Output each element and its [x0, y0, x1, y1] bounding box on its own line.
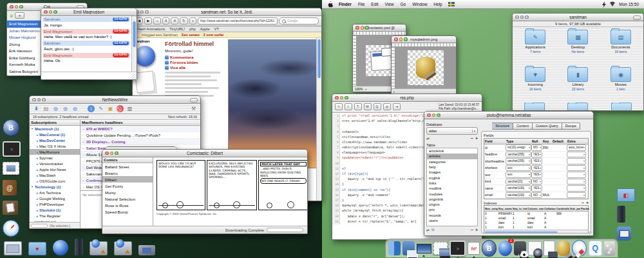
- apple-menu-icon[interactable]: [327, 1, 333, 8]
- folder-item[interactable]: ▦ Desktop No items: [556, 30, 599, 65]
- display-capture-icon[interactable]: [4, 241, 22, 255]
- table-row[interactable]: imglink: [427, 175, 477, 180]
- extra-popup[interactable]: [567, 179, 586, 185]
- target-button[interactable]: ◎: [383, 103, 391, 110]
- info-icon[interactable]: i: [88, 105, 95, 112]
- text-smaller-button[interactable]: A: [162, 17, 170, 25]
- refresh-icon[interactable]: ⇄: [426, 228, 430, 232]
- folder-item[interactable]: ▮ Library 23 items: [556, 67, 599, 103]
- column-header[interactable]: Column_name: [527, 207, 544, 210]
- folder-item[interactable]: ▼ Incoming 16 items: [514, 67, 556, 103]
- canvas[interactable]: [408, 50, 444, 85]
- last-seen-link[interactable]: Sen senast: [182, 33, 200, 37]
- menu-item[interactable]: Edit: [371, 2, 378, 6]
- nav-button[interactable]: ➔: [393, 103, 401, 110]
- add-index-button[interactable]: +: [586, 201, 589, 205]
- menu-item[interactable]: Help: [433, 2, 442, 6]
- table-row[interactable]: articlelink: [427, 148, 477, 154]
- chat-input[interactable]: [41, 72, 137, 79]
- mysql-titlebar[interactable]: pluto@hemma.net/atlas: [424, 112, 593, 119]
- add-button[interactable]: +: [475, 228, 478, 232]
- info-button[interactable]: i.: [345, 103, 352, 110]
- blue-window-app-icon[interactable]: [402, 241, 415, 255]
- finder-icon[interactable]: [388, 241, 401, 255]
- column-header[interactable]: Field: [484, 139, 506, 143]
- table-row[interactable]: modlink: [427, 186, 477, 191]
- psd2-titlebar[interactable]: mysqladmin.png: [392, 36, 456, 43]
- column-header[interactable]: Default: [552, 139, 567, 143]
- columns-icon[interactable]: ▥: [126, 105, 133, 112]
- chat-hi-app-icon[interactable]: hi!: [468, 242, 480, 255]
- subscription-row[interactable]: Apple Hot News: [30, 166, 80, 172]
- headline-row[interactable]: 970 at WWDC?: [80, 126, 200, 132]
- index-row[interactable]: 1kort1kort A: [484, 225, 588, 230]
- column-header[interactable]: Non_unique: [484, 207, 498, 210]
- home-button[interactable]: ⌂: [153, 17, 160, 25]
- bbedit-icon[interactable]: B: [482, 240, 497, 257]
- column-header[interactable]: Type: [506, 139, 531, 143]
- surfers-link[interactable]: 2 som surfar: [204, 33, 224, 37]
- cocoamysql-icon[interactable]: [557, 241, 570, 256]
- safari-icon[interactable]: [572, 240, 587, 257]
- refresh-tables-icon[interactable]: ⇄: [426, 136, 430, 141]
- blue-drive-icon[interactable]: [617, 226, 631, 241]
- table-row[interactable]: categories: [427, 159, 477, 164]
- bookmark-item[interactable]: VT: [214, 27, 219, 31]
- field-row[interactable]: headline varchar(255) YES: [484, 152, 588, 159]
- table-row[interactable]: users: [427, 218, 477, 223]
- text-button[interactable]: T.: [354, 103, 362, 110]
- subscription-row[interactable]: Versiontracker: [30, 161, 80, 166]
- extra-popup[interactable]: [567, 185, 586, 192]
- quicktime-icon[interactable]: Q: [589, 241, 602, 256]
- comic-row[interactable]: Monty: [102, 189, 153, 195]
- bookmark-item[interactable]: TinyURL!: [169, 27, 185, 31]
- laptop-icon[interactable]: [138, 245, 155, 255]
- comic-row[interactable]: Ballard Street: [102, 163, 153, 170]
- table-row[interactable]: images: [427, 170, 477, 175]
- comic-row[interactable]: Rose is Rose: [102, 202, 153, 208]
- bbedit-icon[interactable]: B: [3, 119, 19, 136]
- comic-row[interactable]: Get Fuzzy: [102, 183, 153, 189]
- airport-signal-icon[interactable]: [609, 1, 616, 7]
- photoshop-icon[interactable]: [514, 241, 526, 255]
- mark-read-icon[interactable]: ▤: [43, 105, 50, 112]
- menu-clock[interactable]: Mon 15:50: [619, 2, 639, 6]
- column-header[interactable]: Null: [531, 139, 542, 143]
- null-popup[interactable]: NO: [531, 179, 542, 185]
- comic-row[interactable]: Dilbert: [102, 176, 153, 183]
- table-row[interactable]: origins: [427, 202, 477, 207]
- null-popup[interactable]: YES: [531, 172, 542, 178]
- column-header[interactable]: Collation: [544, 207, 556, 210]
- extra-popup[interactable]: [567, 172, 586, 178]
- screen-grab-icon[interactable]: [544, 241, 555, 256]
- null-popup[interactable]: YES: [531, 165, 542, 172]
- chat-titlebar[interactable]: Emil Magnusson: [41, 8, 137, 16]
- folder-icon[interactable]: [567, 103, 588, 110]
- folder-item[interactable]: ▤ Documents 16 items: [600, 30, 642, 65]
- subscription-row[interactable]: Google Weblog: [30, 195, 80, 201]
- tab[interactable]: Dumps: [562, 123, 580, 130]
- new-group-icon[interactable]: ▣: [107, 105, 114, 112]
- headline-row[interactable]: Quicktime Update Pending... iTunes? iPod…: [80, 132, 200, 139]
- mail-icon[interactable]: [433, 242, 448, 255]
- subscription-row[interactable]: The Register: [30, 213, 80, 219]
- markers-button[interactable]: M.: [364, 103, 372, 110]
- null-popup[interactable]: NO: [531, 192, 542, 199]
- comic-row[interactable]: Bizarro: [102, 170, 153, 176]
- table-row[interactable]: originlink: [427, 197, 477, 202]
- folder-icon[interactable]: [611, 103, 632, 110]
- drop-table-button[interactable]: −: [471, 136, 473, 141]
- extra-popup[interactable]: [567, 158, 586, 164]
- column-header[interactable]: Extra: [567, 139, 586, 143]
- toolbar-toggle[interactable]: [190, 98, 198, 103]
- resize-handle[interactable]: [131, 74, 136, 79]
- forward-button[interactable]: ▶: [144, 17, 152, 25]
- subscription-row[interactable]: Slashdot (1): [30, 207, 80, 213]
- comic-row[interactable]: Speed Bump: [102, 208, 153, 215]
- site-globe-icon[interactable]: [135, 46, 155, 66]
- address-field[interactable]: http://www.sandman.net/archive/view.php?…: [198, 17, 278, 25]
- finder-titlebar[interactable]: sandman: [513, 14, 643, 21]
- post-weblog-icon[interactable]: ◍: [62, 105, 69, 112]
- window-controls[interactable]: [135, 10, 149, 14]
- menu-item[interactable]: Finder: [339, 2, 352, 6]
